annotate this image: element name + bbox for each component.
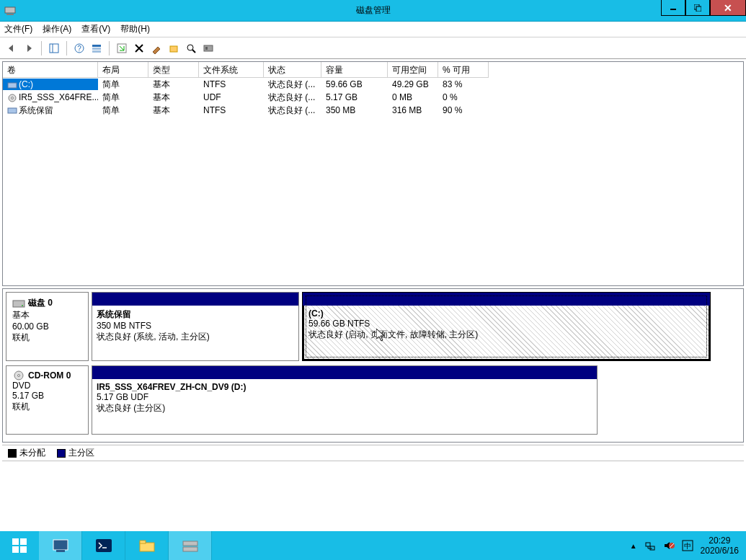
menubar: 文件(F) 操作(A) 查看(V) 帮助(H) [0,22,746,37]
partition-header [92,366,597,379]
svg-rect-34 [140,541,146,543]
delete-button[interactable] [132,41,146,55]
task-disk-management[interactable] [169,531,212,560]
svg-rect-18 [8,83,17,88]
task-explorer[interactable] [125,531,169,560]
close-button[interactable]: ✕ [710,0,746,16]
col-free[interactable]: 可用空间 [388,62,438,78]
clock-date: 2020/6/16 [701,546,739,556]
svg-rect-9 [92,45,101,47]
list-header: 卷 布局 类型 文件系统 状态 容量 可用空间 % 可用 [3,62,743,78]
window-title: 磁盘管理 [356,4,391,17]
network-icon[interactable] [644,540,656,551]
svg-text:?: ? [77,45,81,53]
disk-info[interactable]: 磁盘 0基本60.00 GB联机 [6,292,89,361]
start-button[interactable] [0,531,39,560]
svg-rect-10 [92,48,101,50]
back-button[interactable] [4,41,19,55]
svg-rect-17 [205,47,208,50]
partition-header [92,293,298,306]
view-list-button[interactable] [89,41,104,55]
col-layout[interactable]: 布局 [98,62,148,78]
ime-icon[interactable]: 中 [682,540,693,551]
legend-unalloc-swatch [8,449,17,458]
svg-rect-29 [20,546,27,553]
svg-rect-16 [204,45,213,51]
partition[interactable]: 系统保留350 MB NTFS状态良好 (系统, 活动, 主分区) [92,292,299,361]
svg-point-25 [18,375,20,377]
svg-rect-11 [92,50,101,53]
svg-rect-31 [56,550,65,552]
col-volume[interactable]: 卷 [3,62,98,78]
statusbar [2,461,744,478]
col-fs[interactable]: 文件系统 [199,62,264,78]
col-type[interactable]: 类型 [148,62,199,78]
volume-muted-icon[interactable] [663,540,675,551]
svg-point-20 [12,97,14,99]
disk-graphical-view: 磁盘 0基本60.00 GB联机系统保留350 MB NTFS状态良好 (系统,… [2,288,744,443]
svg-point-14 [187,45,193,50]
col-pct[interactable]: % 可用 [438,62,489,78]
clock-time: 20:29 [701,535,739,546]
partition[interactable]: (C:)59.66 GB NTFS状态良好 (启动, 页面文件, 故障转储, 主… [302,292,711,361]
menu-action[interactable]: 操作(A) [43,23,71,35]
svg-rect-30 [53,540,68,550]
svg-rect-21 [8,108,17,113]
legend: 未分配 主分区 [2,445,744,461]
titlebar: 磁盘管理 ✕ [0,0,746,22]
disk-info[interactable]: CD-ROM 0DVD5.17 GB联机 [6,365,89,435]
app-icon [4,5,16,17]
legend-primary-label: 主分区 [68,447,94,459]
console-tree-button[interactable] [47,41,61,55]
task-powershell[interactable] [82,531,125,560]
svg-text:中: 中 [684,542,691,550]
help-button[interactable]: ? [72,41,86,55]
legend-primary-swatch [57,449,66,458]
svg-rect-35 [183,541,197,546]
col-capacity[interactable]: 容量 [321,62,388,78]
svg-rect-0 [5,7,15,13]
svg-rect-26 [12,538,19,545]
search-button[interactable] [184,41,198,55]
volume-row[interactable]: IR5_SSS_X64FRE...简单基本UDF状态良好 (...5.17 GB… [3,91,743,104]
partition[interactable]: IR5_SSS_X64FREV_ZH-CN_DV9 (D:)5.17 GB UD… [92,365,598,435]
svg-rect-32 [96,539,112,552]
properties-button[interactable] [149,41,164,55]
menu-help[interactable]: 帮助(H) [120,23,150,35]
svg-point-23 [22,305,23,306]
svg-rect-1 [6,14,14,15]
legend-unalloc-label: 未分配 [19,447,45,459]
maximize-button[interactable] [685,0,710,16]
task-server-manager[interactable] [39,531,82,560]
forward-button[interactable] [22,41,36,55]
svg-rect-36 [183,547,197,551]
volume-row[interactable]: (C:)简单基本NTFS状态良好 (...59.66 GB49.29 GB83 … [3,78,743,91]
volume-row[interactable]: 系统保留简单基本NTFS状态良好 (...350 MB316 MB90 % [3,104,743,117]
tray-arrow-icon[interactable]: ▲ [630,542,637,550]
volume-list[interactable]: 卷 布局 类型 文件系统 状态 容量 可用空间 % 可用 (C:)简单基本NTF… [2,61,744,286]
svg-rect-33 [140,543,154,551]
svg-rect-4 [696,6,701,12]
minimize-button[interactable] [661,0,685,16]
refresh-button[interactable] [115,41,129,55]
partition-header [303,293,710,306]
settings-button[interactable] [201,41,216,55]
system-tray: ▲ 中 20:29 2020/6/16 [623,535,746,556]
svg-rect-27 [20,538,27,545]
svg-rect-13 [170,46,177,52]
rescan-button[interactable] [166,41,181,55]
svg-rect-37 [646,543,650,546]
svg-rect-5 [50,44,58,53]
disk-row: CD-ROM 0DVD5.17 GB联机IR5_SSS_X64FREV_ZH-C… [6,365,740,435]
col-status[interactable]: 状态 [264,62,321,78]
toolbar: ? [0,37,746,59]
menu-view[interactable]: 查看(V) [81,23,110,35]
svg-line-15 [192,50,195,53]
disk-row: 磁盘 0基本60.00 GB联机系统保留350 MB NTFS状态良好 (系统,… [6,292,740,361]
menu-file[interactable]: 文件(F) [4,23,32,35]
clock[interactable]: 20:29 2020/6/16 [701,535,739,556]
taskbar: ▲ 中 20:29 2020/6/16 [0,531,746,560]
svg-rect-28 [12,546,19,553]
